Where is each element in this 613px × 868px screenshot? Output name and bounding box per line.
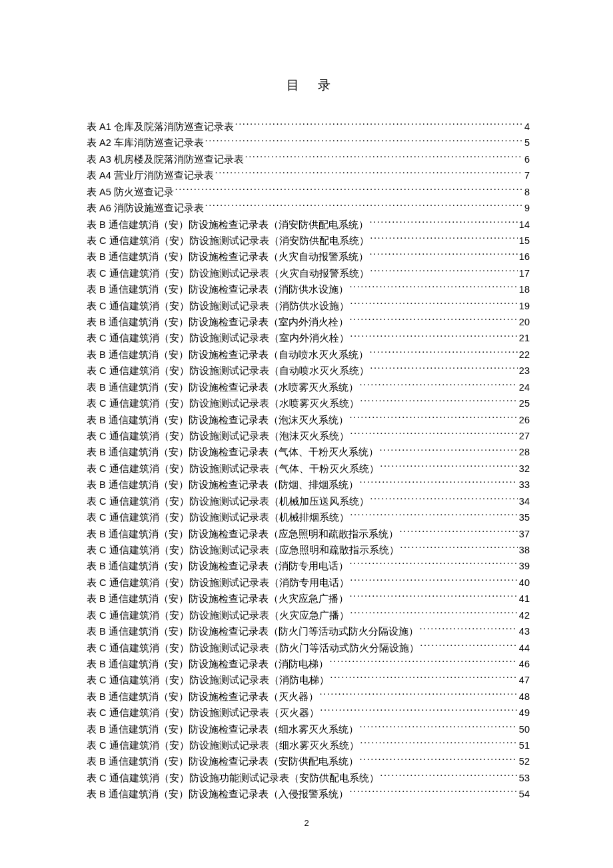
toc-entry-page: 9	[524, 201, 530, 217]
toc-entry[interactable]: 表 A1 仓库及院落消防巡查记录表4	[87, 119, 530, 135]
toc-entry-page: 51	[519, 738, 530, 754]
toc-entry[interactable]: 表 C 通信建筑消（安）防设施测试记录表（泡沫灭火系统）27	[87, 429, 530, 445]
toc-entry[interactable]: 表 B 通信建筑消（安）防设施检查记录表（泡沫灭火系统）26	[87, 413, 530, 429]
toc-entry[interactable]: 表 A2 车库消防巡查记录表5	[87, 135, 530, 151]
toc-entry[interactable]: 表 C 通信建筑消（安）防设施测试记录表（消安防供配电系统）15	[87, 233, 530, 249]
toc-entry-page: 41	[519, 591, 530, 607]
toc-leader-dots	[400, 527, 518, 537]
toc-entry[interactable]: 表 C 通信建筑消（安）防设施测试记录表（应急照明和疏散指示系统）38	[87, 543, 530, 559]
toc-entry-page: 49	[519, 705, 530, 721]
toc-leader-dots	[370, 267, 518, 277]
toc-entry-text: 表 C 通信建筑消（安）防设施测试记录表（消防专用电话）	[87, 575, 349, 591]
toc-leader-dots	[215, 169, 523, 179]
toc-leader-dots	[380, 446, 518, 456]
toc-leader-dots	[350, 788, 518, 798]
toc-entry-text: 表 B 通信建筑消（安）防设施检查记录表（火灾自动报警系统）	[87, 249, 368, 265]
toc-entry[interactable]: 表 C 通信建筑消（安）防设施测试记录表（水喷雾灭火系统）25	[87, 396, 530, 412]
toc-entry-page: 17	[519, 266, 530, 282]
toc-entry[interactable]: 表 B 通信建筑消（安）防设施检查记录表（消防供水设施）18	[87, 282, 530, 298]
toc-entry-text: 表 B 通信建筑消（安）防设施检查记录表（消防专用电话）	[87, 559, 348, 575]
toc-entry[interactable]: 表 C 通信建筑消（安）防设施测试记录表（火灾应急广播）42	[87, 608, 530, 624]
toc-leader-dots	[360, 479, 518, 489]
toc-entry[interactable]: 表 B 通信建筑消（安）防设施检查记录表（防烟、排烟系统）33	[87, 477, 530, 493]
toc-entry-page: 52	[519, 754, 530, 770]
toc-entry-page: 34	[519, 494, 530, 510]
toc-entry-text: 表 C 通信建筑消（安）防设施测试记录表（细水雾灭火系统）	[87, 738, 359, 754]
toc-leader-dots	[380, 771, 518, 781]
toc-entry-text: 表 C 通信建筑消（安）防设施测试记录表（水喷雾灭火系统）	[87, 396, 359, 412]
toc-leader-dots	[320, 690, 518, 700]
toc-entry-page: 15	[519, 233, 530, 249]
toc-leader-dots	[350, 511, 518, 521]
toc-entry-page: 40	[519, 575, 530, 591]
toc-entry[interactable]: 表 A3 机房楼及院落消防巡查记录表6	[87, 152, 530, 168]
toc-entry-text: 表 C 通信建筑消（安）防设施测试记录表（防火门等活动式防火分隔设施）	[87, 641, 419, 657]
toc-entry-text: 表 C 通信建筑消（安）防设施测试记录表（火灾自动报警系统）	[87, 266, 369, 282]
toc-entry[interactable]: 表 C 通信建筑消（安）防设施测试记录表（消防专用电话）40	[87, 575, 530, 591]
toc-entry-page: 4	[524, 119, 530, 135]
toc-entry[interactable]: 表 C 通信建筑消（安）防设施测试记录表（气体、干粉灭火系统）32	[87, 461, 530, 477]
toc-entry-text: 表 C 通信建筑消（安）防设施测试记录表（应急照明和疏散指示系统）	[87, 543, 399, 559]
toc-entry[interactable]: 表 B 通信建筑消（安）防设施检查记录表（水喷雾灭火系统）24	[87, 380, 530, 396]
toc-entry[interactable]: 表 C 通信建筑消（安）防设施功能测试记录表（安防供配电系统）53	[87, 771, 530, 787]
toc-entry[interactable]: 表 C 通信建筑消（安）防设施测试记录表（机械排烟系统）35	[87, 510, 530, 526]
toc-entry[interactable]: 表 B 通信建筑消（安）防设施检查记录表（室内外消火栓）20	[87, 315, 530, 331]
toc-entry[interactable]: 表 B 通信建筑消（安）防设施检查记录表（火灾应急广播）41	[87, 591, 530, 607]
toc-entry[interactable]: 表 B 通信建筑消（安）防设施检查记录表（防火门等活动式防火分隔设施）43	[87, 624, 530, 640]
toc-entry-page: 23	[519, 363, 530, 379]
toc-entry[interactable]: 表 B 通信建筑消（安）防设施检查记录表（自动喷水灭火系统）22	[87, 347, 530, 363]
toc-entry[interactable]: 表 C 通信建筑消（安）防设施测试记录表（消防电梯）47	[87, 673, 530, 689]
toc-leader-dots	[350, 332, 518, 342]
toc-entry[interactable]: 表 C 通信建筑消（安）防设施测试记录表（灭火器）49	[87, 705, 530, 721]
toc-leader-dots	[205, 202, 523, 212]
toc-entry-text: 表 B 通信建筑消（安）防设施检查记录表（水喷雾灭火系统）	[87, 380, 358, 396]
toc-leader-dots	[175, 185, 523, 195]
toc-entry-page: 18	[519, 282, 530, 298]
toc-entry[interactable]: 表 A5 防火巡查记录8	[87, 185, 530, 201]
toc-entry[interactable]: 表 C 通信建筑消（安）防设施测试记录表（室内外消火栓）21	[87, 331, 530, 347]
toc-entry-text: 表 B 通信建筑消（安）防设施检查记录表（消安防供配电系统）	[87, 217, 368, 233]
toc-entry-page: 22	[519, 347, 530, 363]
toc-leader-dots	[370, 495, 518, 505]
toc-entry[interactable]: 表 B 通信建筑消（安）防设施检查记录表（细水雾灭火系统）50	[87, 722, 530, 738]
toc-entry-page: 39	[519, 559, 530, 575]
toc-entry-text: 表 C 通信建筑消（安）防设施测试记录表（机械排烟系统）	[87, 510, 349, 526]
toc-entry[interactable]: 表 C 通信建筑消（安）防设施测试记录表（防火门等活动式防火分隔设施）44	[87, 641, 530, 657]
toc-entry-page: 25	[519, 396, 530, 412]
toc-entry-page: 5	[524, 135, 530, 151]
toc-entry[interactable]: 表 B 通信建筑消（安）防设施检查记录表（安防供配电系统）52	[87, 754, 530, 770]
toc-entry[interactable]: 表 C 通信建筑消（安）防设施测试记录表（消防供水设施）19	[87, 299, 530, 315]
toc-entry[interactable]: 表 B 通信建筑消（安）防设施检查记录表（灭火器）48	[87, 689, 530, 705]
toc-entry-text: 表 C 通信建筑消（安）防设施测试记录表（消防电梯）	[87, 673, 329, 689]
toc-entry-text: 表 B 通信建筑消（安）防设施检查记录表（防火门等活动式防火分隔设施）	[87, 624, 418, 640]
toc-entry[interactable]: 表 B 通信建筑消（安）防设施检查记录表（气体、干粉灭火系统）28	[87, 445, 530, 461]
toc-entry[interactable]: 表 B 通信建筑消（安）防设施检查记录表（入侵报警系统）54	[87, 787, 530, 803]
toc-entry[interactable]: 表 C 通信建筑消（安）防设施测试记录表（细水雾灭火系统）51	[87, 738, 530, 754]
toc-entry[interactable]: 表 C 通信建筑消（安）防设施测试记录表（火灾自动报警系统）17	[87, 266, 530, 282]
toc-entry-page: 48	[519, 689, 530, 705]
toc-leader-dots	[360, 739, 518, 749]
toc-leader-dots	[360, 723, 518, 733]
toc-entry-text: 表 B 通信建筑消（安）防设施检查记录表（细水雾灭火系统）	[87, 722, 358, 738]
toc-entry-text: 表 C 通信建筑消（安）防设施测试记录表（消安防供配电系统）	[87, 233, 369, 249]
toc-entry-text: 表 C 通信建筑消（安）防设施测试记录表（自动喷水灭火系统）	[87, 363, 369, 379]
toc-entry[interactable]: 表 B 通信建筑消（安）防设施检查记录表（火灾自动报警系统）16	[87, 249, 530, 265]
toc-leader-dots	[420, 625, 518, 635]
toc-entry[interactable]: 表 B 通信建筑消（安）防设施检查记录表（消防专用电话）39	[87, 559, 530, 575]
toc-entry-text: 表 C 通信建筑消（安）防设施测试记录表（火灾应急广播）	[87, 608, 349, 624]
toc-entry-text: 表 A6 消防设施巡查记录表	[87, 201, 204, 217]
toc-entry[interactable]: 表 A4 营业厅消防巡查记录表7	[87, 168, 530, 184]
toc-entry[interactable]: 表 C 通信建筑消（安）防设施测试记录表（自动喷水灭火系统）23	[87, 363, 530, 379]
toc-leader-dots	[370, 348, 518, 358]
toc-entry[interactable]: 表 B 通信建筑消（安）防设施检查记录表（消安防供配电系统）14	[87, 217, 530, 233]
toc-entry[interactable]: 表 C 通信建筑消（安）防设施测试记录表（机械加压送风系统）34	[87, 494, 530, 510]
toc-entry[interactable]: 表 B 通信建筑消（安）防设施检查记录表（应急照明和疏散指示系统）37	[87, 527, 530, 543]
toc-leader-dots	[330, 674, 518, 684]
toc-entry-text: 表 B 通信建筑消（安）防设施检查记录表（入侵报警系统）	[87, 787, 348, 803]
toc-entry[interactable]: 表 B 通信建筑消（安）防设施检查记录表（消防电梯）46	[87, 657, 530, 673]
toc-leader-dots	[370, 218, 518, 228]
toc-entry[interactable]: 表 A6 消防设施巡查记录表9	[87, 201, 530, 217]
toc-entry-text: 表 C 通信建筑消（安）防设施测试记录表（泡沫灭火系统）	[87, 429, 349, 445]
toc-leader-dots	[350, 283, 518, 293]
toc-leader-dots	[350, 593, 518, 603]
